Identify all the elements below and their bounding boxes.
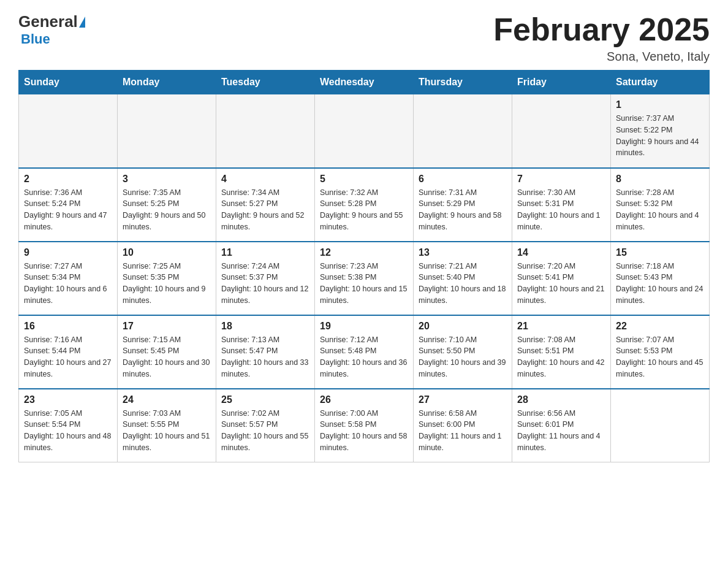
day-info: Sunrise: 7:00 AMSunset: 5:58 PMDaylight:… [320, 408, 408, 454]
day-info: Sunrise: 7:20 AMSunset: 5:41 PMDaylight:… [517, 261, 605, 307]
day-number: 12 [320, 247, 408, 258]
day-info: Sunrise: 7:31 AMSunset: 5:29 PMDaylight:… [419, 187, 507, 233]
day-number: 21 [517, 321, 605, 332]
calendar-cell: 2Sunrise: 7:36 AMSunset: 5:24 PMDaylight… [19, 168, 118, 242]
calendar-cell: 5Sunrise: 7:32 AMSunset: 5:28 PMDaylight… [315, 168, 414, 242]
day-of-week-header: Wednesday [315, 71, 414, 94]
day-info: Sunrise: 6:56 AMSunset: 6:01 PMDaylight:… [517, 408, 605, 454]
calendar-cell: 4Sunrise: 7:34 AMSunset: 5:27 PMDaylight… [216, 168, 315, 242]
day-number: 14 [517, 247, 605, 258]
day-of-week-header: Tuesday [216, 71, 315, 94]
calendar-cell: 25Sunrise: 7:02 AMSunset: 5:57 PMDayligh… [216, 389, 315, 462]
calendar-cell [216, 94, 315, 168]
calendar-header-row: SundayMondayTuesdayWednesdayThursdayFrid… [19, 71, 710, 94]
day-number: 2 [24, 174, 112, 185]
calendar-cell [512, 94, 611, 168]
day-info: Sunrise: 7:03 AMSunset: 5:55 PMDaylight:… [123, 408, 211, 454]
day-of-week-header: Saturday [611, 71, 710, 94]
logo-triangle-icon [79, 17, 85, 28]
calendar-cell: 19Sunrise: 7:12 AMSunset: 5:48 PMDayligh… [315, 315, 414, 389]
calendar-cell [315, 94, 414, 168]
day-number: 16 [24, 321, 112, 332]
day-info: Sunrise: 7:18 AMSunset: 5:43 PMDaylight:… [616, 261, 704, 307]
calendar-cell: 11Sunrise: 7:24 AMSunset: 5:37 PMDayligh… [216, 242, 315, 315]
day-number: 4 [221, 174, 309, 185]
day-number: 19 [320, 321, 408, 332]
calendar-cell [414, 94, 512, 168]
calendar-cell: 1Sunrise: 7:37 AMSunset: 5:22 PMDaylight… [611, 94, 710, 168]
day-info: Sunrise: 7:16 AMSunset: 5:44 PMDaylight:… [24, 334, 112, 380]
day-number: 26 [320, 394, 408, 405]
calendar-cell: 23Sunrise: 7:05 AMSunset: 5:54 PMDayligh… [19, 389, 118, 462]
day-info: Sunrise: 7:05 AMSunset: 5:54 PMDaylight:… [24, 408, 112, 454]
day-number: 9 [24, 247, 112, 258]
day-info: Sunrise: 7:08 AMSunset: 5:51 PMDaylight:… [517, 334, 605, 380]
calendar-cell: 27Sunrise: 6:58 AMSunset: 6:00 PMDayligh… [414, 389, 512, 462]
page-header: General Blue February 2025 Sona, Veneto,… [18, 12, 710, 64]
day-number: 8 [616, 174, 704, 185]
calendar-cell [611, 389, 710, 462]
day-number: 5 [320, 174, 408, 185]
calendar-cell: 20Sunrise: 7:10 AMSunset: 5:50 PMDayligh… [414, 315, 512, 389]
day-of-week-header: Sunday [19, 71, 118, 94]
calendar-cell: 10Sunrise: 7:25 AMSunset: 5:35 PMDayligh… [118, 242, 216, 315]
calendar-cell: 26Sunrise: 7:00 AMSunset: 5:58 PMDayligh… [315, 389, 414, 462]
day-info: Sunrise: 7:12 AMSunset: 5:48 PMDaylight:… [320, 334, 408, 380]
calendar-cell: 17Sunrise: 7:15 AMSunset: 5:45 PMDayligh… [118, 315, 216, 389]
day-number: 24 [123, 394, 211, 405]
day-info: Sunrise: 7:37 AMSunset: 5:22 PMDaylight:… [616, 113, 704, 159]
calendar-cell: 16Sunrise: 7:16 AMSunset: 5:44 PMDayligh… [19, 315, 118, 389]
day-of-week-header: Friday [512, 71, 611, 94]
month-title: February 2025 [493, 12, 710, 47]
day-info: Sunrise: 7:24 AMSunset: 5:37 PMDaylight:… [221, 261, 309, 307]
day-number: 10 [123, 247, 211, 258]
day-info: Sunrise: 7:28 AMSunset: 5:32 PMDaylight:… [616, 187, 704, 233]
day-info: Sunrise: 7:25 AMSunset: 5:35 PMDaylight:… [123, 261, 211, 307]
day-number: 28 [517, 394, 605, 405]
calendar-week-row: 9Sunrise: 7:27 AMSunset: 5:34 PMDaylight… [19, 242, 710, 315]
calendar-week-row: 16Sunrise: 7:16 AMSunset: 5:44 PMDayligh… [19, 315, 710, 389]
logo-general-text: General [18, 12, 78, 31]
calendar-cell: 12Sunrise: 7:23 AMSunset: 5:38 PMDayligh… [315, 242, 414, 315]
day-info: Sunrise: 7:30 AMSunset: 5:31 PMDaylight:… [517, 187, 605, 233]
day-number: 17 [123, 321, 211, 332]
day-number: 13 [419, 247, 507, 258]
day-info: Sunrise: 7:32 AMSunset: 5:28 PMDaylight:… [320, 187, 408, 233]
title-section: February 2025 Sona, Veneto, Italy [493, 12, 710, 64]
day-of-week-header: Thursday [414, 71, 512, 94]
day-number: 27 [419, 394, 507, 405]
day-number: 7 [517, 174, 605, 185]
day-info: Sunrise: 7:13 AMSunset: 5:47 PMDaylight:… [221, 334, 309, 380]
calendar-cell: 28Sunrise: 6:56 AMSunset: 6:01 PMDayligh… [512, 389, 611, 462]
day-info: Sunrise: 7:23 AMSunset: 5:38 PMDaylight:… [320, 261, 408, 307]
day-info: Sunrise: 7:10 AMSunset: 5:50 PMDaylight:… [419, 334, 507, 380]
calendar-cell [19, 94, 118, 168]
day-number: 15 [616, 247, 704, 258]
calendar-cell [118, 94, 216, 168]
day-info: Sunrise: 7:36 AMSunset: 5:24 PMDaylight:… [24, 187, 112, 233]
calendar-cell: 21Sunrise: 7:08 AMSunset: 5:51 PMDayligh… [512, 315, 611, 389]
day-number: 6 [419, 174, 507, 185]
day-info: Sunrise: 7:35 AMSunset: 5:25 PMDaylight:… [123, 187, 211, 233]
location: Sona, Veneto, Italy [493, 50, 710, 64]
calendar-week-row: 2Sunrise: 7:36 AMSunset: 5:24 PMDaylight… [19, 168, 710, 242]
day-of-week-header: Monday [118, 71, 216, 94]
logo: General Blue [18, 12, 85, 47]
calendar-cell: 18Sunrise: 7:13 AMSunset: 5:47 PMDayligh… [216, 315, 315, 389]
calendar-week-row: 23Sunrise: 7:05 AMSunset: 5:54 PMDayligh… [19, 389, 710, 462]
calendar-cell: 14Sunrise: 7:20 AMSunset: 5:41 PMDayligh… [512, 242, 611, 315]
day-info: Sunrise: 7:21 AMSunset: 5:40 PMDaylight:… [419, 261, 507, 307]
calendar-cell: 13Sunrise: 7:21 AMSunset: 5:40 PMDayligh… [414, 242, 512, 315]
day-number: 25 [221, 394, 309, 405]
calendar-cell: 6Sunrise: 7:31 AMSunset: 5:29 PMDaylight… [414, 168, 512, 242]
day-info: Sunrise: 7:02 AMSunset: 5:57 PMDaylight:… [221, 408, 309, 454]
calendar-cell: 8Sunrise: 7:28 AMSunset: 5:32 PMDaylight… [611, 168, 710, 242]
day-number: 3 [123, 174, 211, 185]
day-number: 11 [221, 247, 309, 258]
day-number: 1 [616, 99, 704, 110]
day-info: Sunrise: 6:58 AMSunset: 6:00 PMDaylight:… [419, 408, 507, 454]
calendar-cell: 9Sunrise: 7:27 AMSunset: 5:34 PMDaylight… [19, 242, 118, 315]
calendar-cell: 24Sunrise: 7:03 AMSunset: 5:55 PMDayligh… [118, 389, 216, 462]
day-number: 23 [24, 394, 112, 405]
day-info: Sunrise: 7:15 AMSunset: 5:45 PMDaylight:… [123, 334, 211, 380]
